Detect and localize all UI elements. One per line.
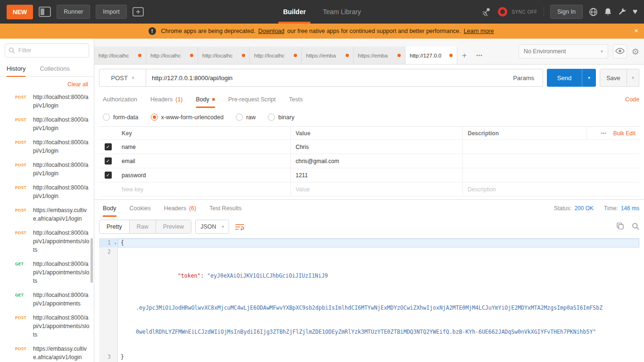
kv-value-cell[interactable]: 1211 [290, 168, 462, 182]
new-button[interactable]: NEW [7, 5, 33, 19]
satellite-icon[interactable] [481, 7, 492, 17]
history-item[interactable]: POST https://embassy.cultive.africa/api/… [0, 203, 94, 226]
filter-input[interactable] [5, 43, 89, 58]
sidebar-toggle-icon[interactable] [39, 7, 51, 17]
sync-status-icon[interactable] [498, 7, 507, 16]
history-item[interactable]: POST http://localhost:8000/api/v1/appoin… [0, 311, 94, 342]
kv-key-cell[interactable]: password [117, 172, 290, 179]
environment-preview-button[interactable] [613, 44, 627, 58]
history-url: http://localhost:8000/api/v1/login [33, 138, 91, 155]
new-description-input[interactable] [468, 186, 635, 193]
learn-more-link[interactable]: Learn more [464, 28, 494, 34]
request-tab[interactable]: http://localhc [94, 47, 146, 64]
history-item[interactable]: POST http://localhost:8000/api/v1/login [0, 90, 94, 113]
response-tab[interactable]: Test Results [209, 200, 241, 217]
response-body-editor[interactable]: 1 { 2 "token":"eyJ0eXAiOiJKV1QiLCJhbGciO… [99, 238, 639, 362]
viewer-mode-button[interactable]: Raw [130, 220, 156, 233]
kv-more-icon[interactable]: ••• [601, 131, 606, 136]
new-tab-button[interactable]: + [457, 47, 471, 64]
heart-icon[interactable] [633, 7, 637, 16]
save-options-button[interactable] [627, 69, 639, 87]
globe-icon[interactable] [589, 8, 598, 16]
response-tab[interactable]: Cookies [130, 200, 151, 217]
tab-overflow-button[interactable]: ••• [471, 47, 487, 64]
history-item[interactable]: POST http://localhost:8000/api/v1/login [0, 135, 94, 158]
row-checkbox[interactable] [105, 172, 112, 179]
wrench-icon[interactable] [618, 8, 627, 16]
fold-caret-icon[interactable] [114, 239, 116, 247]
send-button[interactable]: Send [547, 69, 582, 87]
new-key-input[interactable] [122, 186, 286, 193]
import-button[interactable]: Import [96, 5, 126, 19]
row-checkbox[interactable] [105, 143, 112, 150]
history-item[interactable]: POST http://localhost:8000/api/v1/login [0, 181, 94, 203]
gear-icon[interactable]: ⚙ [632, 47, 639, 57]
history-item[interactable]: POST https://embassy.cultive.africa/api/… [0, 342, 94, 362]
response-tab[interactable]: Body [103, 200, 116, 217]
kv-value-cell[interactable]: chris@gmail.com [290, 154, 462, 168]
history-item[interactable]: POST http://localhost:8000/api/v1/login [0, 158, 94, 181]
request-config-tab[interactable]: Headers (1) [150, 91, 183, 108]
method-select[interactable]: POST [99, 69, 146, 87]
url-input[interactable] [146, 69, 504, 86]
request-config-tab[interactable]: Tests [289, 91, 303, 108]
new-value-input[interactable] [296, 186, 458, 193]
bell-icon[interactable] [604, 8, 612, 16]
save-button[interactable]: Save [600, 69, 627, 87]
send-options-button[interactable] [582, 69, 596, 87]
kv-key-cell[interactable]: name [117, 144, 290, 150]
sign-in-button[interactable]: Sign In [550, 5, 583, 19]
kv-description-cell[interactable] [462, 140, 639, 154]
kv-description-cell[interactable] [462, 168, 639, 182]
request-config-tab[interactable]: Pre-request Script [228, 91, 276, 108]
copy-icon[interactable] [616, 222, 624, 231]
topbar-divider [544, 7, 544, 17]
search-icon[interactable] [632, 222, 639, 231]
response-tab[interactable]: Headers (6) [164, 200, 197, 217]
viewer-mode-button[interactable]: Pretty [99, 220, 130, 233]
sidebar-scrollbar[interactable] [91, 238, 93, 283]
code-link[interactable]: Code [625, 96, 639, 103]
workspace: History Collections Clear all POST http:… [0, 39, 644, 362]
new-window-icon[interactable] [132, 7, 144, 16]
kv-key-cell[interactable]: email [117, 158, 290, 165]
clear-all-link[interactable]: Clear all [0, 77, 94, 90]
wrap-lines-button[interactable] [235, 223, 244, 230]
sync-off-label: SYNC OFF [512, 9, 537, 15]
kv-description-cell[interactable] [462, 154, 639, 168]
status-value[interactable]: 200 OK [574, 205, 594, 212]
body-type-radio[interactable]: raw [236, 114, 256, 121]
request-config-tab[interactable]: Authorization [103, 91, 137, 108]
body-type-radio[interactable]: x-www-form-urlencoded [151, 114, 224, 121]
body-type-radio[interactable]: form-data [103, 114, 139, 121]
environment-select[interactable]: No Environment [519, 44, 608, 58]
request-tab[interactable]: http://localhc [146, 47, 198, 64]
banner-close-icon[interactable]: × [634, 26, 638, 34]
sidebar-tab[interactable]: Collections [40, 61, 70, 76]
unsaved-dot [294, 54, 297, 57]
sidebar-tab[interactable]: History [7, 61, 25, 76]
topnav-item[interactable]: Team Library [323, 0, 361, 24]
runner-button[interactable]: Runner [57, 5, 90, 19]
language-select[interactable]: JSON [195, 220, 229, 234]
request-tab[interactable]: http://localhc [250, 47, 302, 64]
history-item[interactable]: POST http://localhost:8000/api/v1/appoin… [0, 226, 94, 257]
request-config-tab[interactable]: Body [196, 91, 215, 108]
download-link[interactable]: Download [258, 28, 285, 34]
history-item[interactable]: GET http://localhost:8000/api/v1/appoint… [0, 257, 94, 288]
json-string-part: "eyJ0eXAiOiJKV1QiLCJhbGciOiJIUzI1NiJ9 [207, 272, 328, 279]
time-value[interactable]: 146 ms [621, 205, 639, 212]
request-tab[interactable]: http://localhc [198, 47, 250, 64]
request-tab[interactable]: https://emba [354, 47, 405, 64]
request-tab[interactable]: http://127.0.0 [405, 47, 457, 64]
history-item[interactable]: GET http://localhost:8000/api/v1/appoint… [0, 288, 94, 311]
topnav-item[interactable]: Builder [283, 0, 305, 24]
request-tab[interactable]: https://emba [302, 47, 354, 64]
kv-value-cell[interactable]: Chris [290, 140, 462, 154]
viewer-mode-button[interactable]: Preview [156, 220, 191, 233]
params-button[interactable]: Params [504, 74, 543, 82]
bulk-edit-link[interactable]: Bulk Edit [613, 130, 636, 137]
row-checkbox[interactable] [105, 157, 112, 165]
history-item[interactable]: POST http://localhost:8000/api/v1/login [0, 113, 94, 135]
body-type-radio[interactable]: binary [268, 114, 294, 121]
